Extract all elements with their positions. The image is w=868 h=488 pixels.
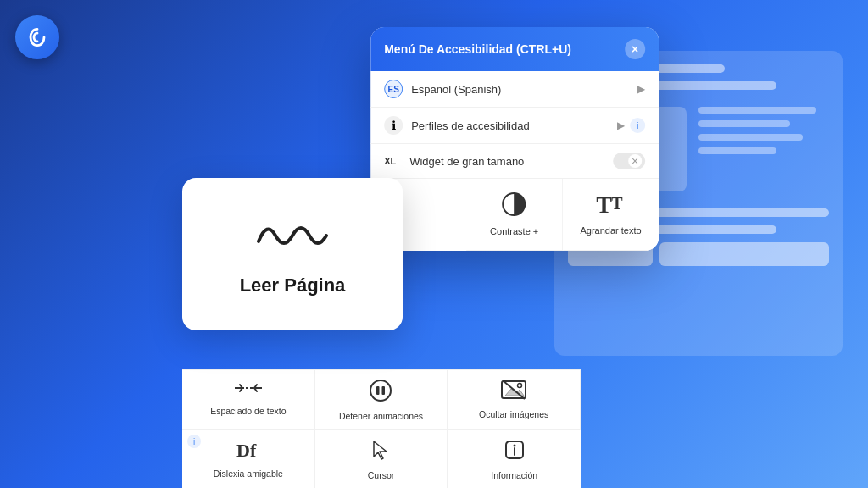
widget-size-menu-item[interactable]: XL Widget de gran tamaño bbox=[370, 144, 659, 179]
accessibility-modal: Menú De Accesibilidad (CTRL+U) × ES Espa… bbox=[370, 27, 659, 251]
feature-cell-contraste[interactable]: Contraste + bbox=[467, 179, 563, 251]
dislexia-label: Dislexia amigable bbox=[214, 469, 283, 480]
profiles-arrow-icon: ▶ bbox=[617, 119, 625, 131]
dislexia-icon: Df bbox=[235, 438, 262, 465]
leer-pagina-label: Leer Página bbox=[240, 274, 346, 297]
feature-cell-agrandar[interactable]: T T Agrandar texto bbox=[563, 179, 659, 251]
profiles-label: Perfiles de accesibilidad bbox=[411, 119, 617, 132]
language-label: Español (Spanish) bbox=[411, 83, 637, 96]
informacion-icon bbox=[503, 438, 526, 467]
bottom-features-bar: Espaciado de texto Detener animaciones O… bbox=[182, 369, 581, 488]
svg-line-17 bbox=[503, 380, 525, 399]
profiles-menu-item[interactable]: ℹ Perfiles de accesibilidad ▶ i bbox=[370, 108, 659, 144]
svg-point-12 bbox=[370, 380, 391, 401]
svg-rect-14 bbox=[382, 386, 386, 395]
espaciado-icon bbox=[235, 379, 262, 402]
svg-text:Df: Df bbox=[236, 440, 257, 460]
contraste-label: Contraste + bbox=[490, 225, 538, 237]
app-logo bbox=[15, 15, 59, 59]
animaciones-label: Detener animaciones bbox=[339, 411, 423, 423]
agrandar-icon: T T bbox=[597, 192, 626, 219]
svg-rect-13 bbox=[376, 386, 380, 395]
espaciado-label: Espaciado de texto bbox=[210, 406, 286, 418]
agrandar-label: Agrandar texto bbox=[580, 225, 641, 236]
modal-title: Menú De Accesibilidad (CTRL+U) bbox=[384, 42, 571, 56]
language-arrow-icon: ▶ bbox=[637, 83, 645, 95]
feature-cell-cursor[interactable]: Cursor bbox=[315, 429, 448, 488]
modal-header: Menú De Accesibilidad (CTRL+U) × bbox=[370, 27, 659, 71]
widget-size-toggle[interactable] bbox=[613, 152, 645, 169]
feature-grid: Contraste + T T Agrandar texto bbox=[370, 179, 659, 251]
profiles-icon: ℹ bbox=[384, 116, 403, 135]
leer-pagina-icon bbox=[254, 212, 331, 266]
feature-cell-imagenes[interactable]: Ocultar imágenes bbox=[448, 369, 581, 429]
svg-text:T: T bbox=[612, 194, 624, 213]
language-menu-item[interactable]: ES Español (Spanish) ▶ bbox=[370, 71, 659, 108]
modal-close-button[interactable]: × bbox=[625, 39, 645, 59]
imagenes-icon bbox=[501, 379, 526, 406]
feature-cell-informacion[interactable]: Información bbox=[448, 429, 581, 488]
feature-cell-espaciado[interactable]: Espaciado de texto bbox=[182, 369, 315, 429]
svg-point-16 bbox=[518, 384, 522, 388]
svg-marker-19 bbox=[374, 441, 387, 459]
cursor-label: Cursor bbox=[368, 470, 395, 482]
dislexia-info-badge: i bbox=[187, 435, 201, 448]
svg-text:T: T bbox=[597, 192, 613, 216]
animaciones-icon bbox=[369, 379, 392, 408]
feature-cell-animaciones[interactable]: Detener animaciones bbox=[315, 369, 448, 429]
feature-cell-dislexia[interactable]: i Df Dislexia amigable bbox=[182, 429, 315, 488]
language-flag-icon: ES bbox=[384, 80, 403, 98]
svg-point-22 bbox=[513, 445, 515, 447]
imagenes-label: Ocultar imágenes bbox=[479, 409, 548, 421]
profiles-info-badge: i bbox=[630, 118, 645, 133]
contraste-icon bbox=[502, 191, 527, 220]
cursor-icon bbox=[369, 438, 392, 467]
modal-body: ES Español (Spanish) ▶ ℹ Perfiles de acc… bbox=[370, 71, 659, 251]
informacion-label: Información bbox=[491, 470, 537, 482]
widget-size-label: Widget de gran tamaño bbox=[409, 155, 613, 168]
leer-pagina-card[interactable]: Leer Página bbox=[182, 178, 403, 330]
xl-badge: XL bbox=[384, 156, 403, 166]
